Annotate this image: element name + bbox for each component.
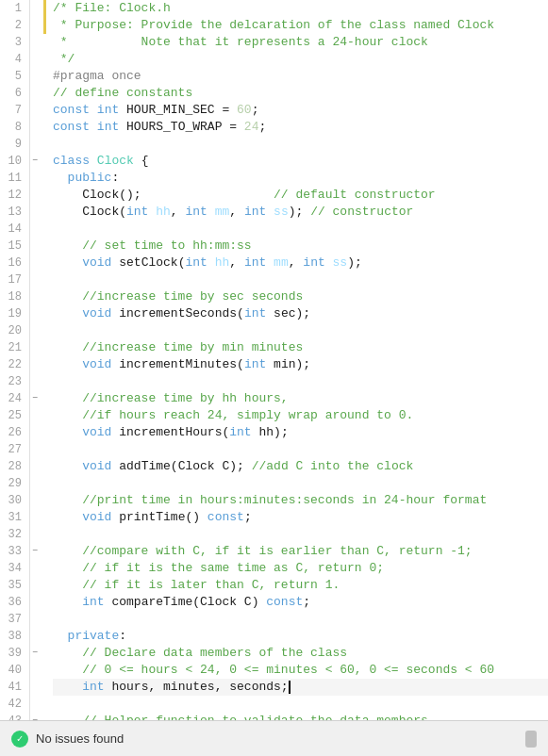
gutter-row: − — [30, 390, 47, 407]
token-param: hh — [215, 255, 230, 271]
token-comment: //increase time by hh hours, — [53, 390, 289, 407]
code-line — [53, 322, 548, 339]
token-plain — [53, 305, 82, 322]
code-line: void incrementMinutes(int min); — [53, 356, 548, 373]
gutter-row — [30, 102, 47, 119]
gutter-row — [30, 458, 47, 475]
gutter-row — [30, 662, 47, 679]
code-line: //if hours reach 24, simply wrap around … — [53, 407, 548, 424]
token-plain — [53, 255, 82, 271]
token-keyword: int — [82, 679, 104, 696]
token-plain: incrementMinutes( — [111, 356, 243, 373]
code-line — [53, 221, 548, 238]
gutter-row — [30, 119, 47, 136]
token-comment: // 0 <= hours < 24, 0 <= minutes < 60, 0… — [53, 662, 494, 679]
token-plain: ); — [289, 204, 310, 221]
token-plain — [208, 255, 215, 271]
code-line: // Helper function to validate the data … — [53, 713, 548, 720]
token-plain: setClock( — [111, 255, 185, 271]
token-keyword: public — [68, 170, 112, 187]
token-classname: Clock — [97, 153, 134, 170]
code-line: void addTime(Clock C); //add C into the … — [53, 458, 548, 475]
token-keyword: void — [82, 255, 111, 271]
token-plain: Clock( — [53, 204, 126, 221]
token-plain — [90, 102, 97, 119]
line-number: 2 — [4, 17, 22, 34]
token-plain: sec); — [266, 305, 310, 322]
fold-icon[interactable]: − — [32, 713, 38, 720]
line-number: 5 — [4, 68, 22, 85]
line-number: 38 — [4, 628, 22, 645]
status-ok-icon: ✓ — [11, 731, 28, 748]
line-number: 14 — [4, 221, 22, 238]
status-text: No issues found — [36, 731, 124, 746]
code-line: //increase time by sec seconds — [53, 288, 548, 305]
line-number: 35 — [4, 577, 22, 594]
line-number: 17 — [4, 271, 22, 288]
token-comment: * Note that it represents a 24-hour cloc… — [53, 34, 428, 51]
code-line: // 0 <= hours < 24, 0 <= minutes < 60, 0… — [53, 662, 548, 679]
gutter-row — [30, 17, 47, 34]
code-line: // define constants — [53, 85, 548, 102]
gutter-row — [30, 322, 47, 339]
token-preprocessor: #pragma once — [53, 68, 141, 85]
token-plain: ; — [252, 102, 259, 119]
line-number: 3 — [4, 34, 22, 51]
gutter-row: − — [30, 713, 47, 720]
token-comment: //increase time by min minutes — [53, 339, 303, 356]
token-plain: incrementHours( — [111, 424, 229, 441]
token-keyword: int — [229, 424, 251, 441]
code-line: //compare with C, if it is earlier than … — [53, 543, 548, 560]
gutter-row — [30, 288, 47, 305]
code-line: Clock(int hh, int mm, int ss); // constr… — [53, 204, 548, 221]
token-plain: hh); — [252, 424, 289, 441]
token-keyword: int — [185, 204, 207, 221]
token-plain: , — [229, 255, 244, 271]
line-number: 25 — [4, 407, 22, 424]
gutter-row — [30, 577, 47, 594]
line-number: 29 — [4, 475, 22, 492]
token-param: mm — [274, 255, 289, 271]
code-line: int hours, minutes, seconds; — [53, 679, 548, 696]
line-number: 42 — [4, 696, 22, 713]
fold-icon[interactable]: − — [32, 153, 38, 170]
token-plain: : — [119, 628, 126, 645]
code-line: void incrementSeconds(int sec); — [53, 305, 548, 322]
token-keyword: int — [97, 102, 119, 119]
editor-container: 1234567891011121314151617181920212223242… — [0, 0, 548, 756]
line-number: 10 — [4, 153, 22, 170]
token-comment: // if it is later than C, return 1. — [53, 577, 340, 594]
token-keyword: const — [208, 509, 244, 526]
token-plain: , — [171, 204, 186, 221]
gutter-row — [30, 68, 47, 85]
token-comment: //if hours reach 24, simply wrap around … — [53, 407, 413, 424]
line-number: 8 — [4, 119, 22, 136]
line-number: 13 — [4, 204, 22, 221]
token-plain: hours, minutes, seconds; — [105, 679, 289, 696]
token-plain: min); — [266, 356, 310, 373]
token-number: 24 — [244, 119, 259, 136]
token-number: 60 — [237, 102, 252, 119]
gutter-row — [30, 51, 47, 68]
fold-icon[interactable]: − — [32, 645, 38, 662]
token-plain: , — [289, 255, 304, 271]
token-plain — [266, 255, 274, 271]
line-number: 20 — [4, 322, 22, 339]
gutter-row — [30, 560, 47, 577]
token-keyword: void — [82, 424, 111, 441]
gutter-row — [30, 475, 47, 492]
fold-icon[interactable]: − — [32, 543, 38, 560]
scrollbar-right[interactable] — [525, 731, 537, 748]
token-plain — [148, 204, 156, 221]
token-keyword: int — [303, 255, 324, 271]
code-line — [53, 696, 548, 713]
token-keyword: void — [82, 509, 111, 526]
token-comment: /* File: Clock.h — [53, 0, 171, 17]
token-plain — [325, 255, 333, 271]
token-keyword: int — [244, 255, 266, 271]
code-line — [53, 475, 548, 492]
line-number: 31 — [4, 509, 22, 526]
line-number: 28 — [4, 458, 22, 475]
fold-icon[interactable]: − — [32, 390, 38, 407]
token-plain: ; — [244, 509, 252, 526]
